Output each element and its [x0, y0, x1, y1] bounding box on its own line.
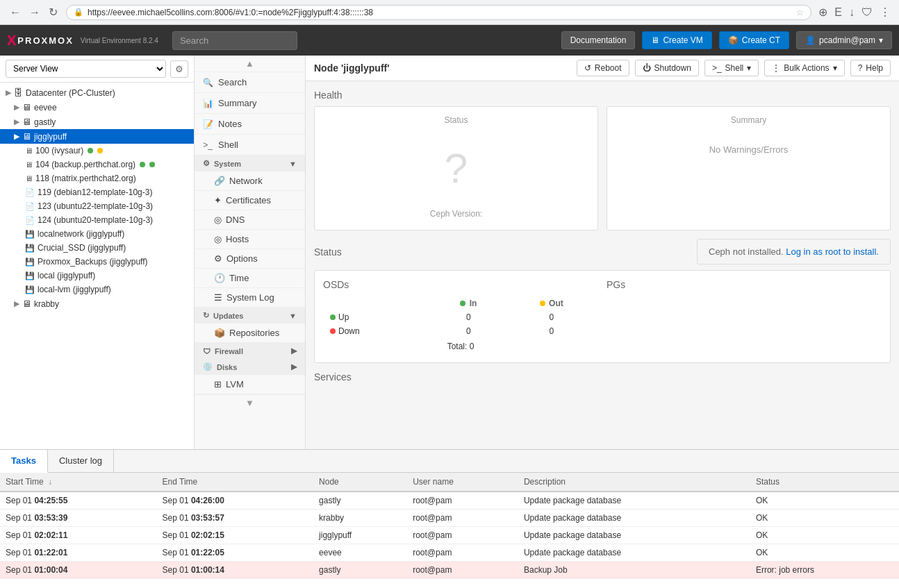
nav-sub-certificates[interactable]: ✦Certificates: [195, 191, 305, 210]
osd-up-row: Up 0 0: [324, 311, 597, 324]
expand-icon: ▶: [14, 132, 19, 141]
tree-item-3[interactable]: ▶ 🖥 jigglypuff: [0, 129, 194, 144]
profile-icon[interactable]: E: [833, 5, 843, 20]
shield-icon[interactable]: 🛡: [860, 5, 874, 20]
nav-item-notes[interactable]: 📝Notes: [195, 114, 305, 135]
summary-card-title: Summary: [616, 115, 882, 125]
nav-sub-options[interactable]: ⚙Options: [195, 249, 305, 269]
nav-sub-system-log[interactable]: ☰System Log: [195, 288, 305, 308]
tab-tasks[interactable]: Tasks: [0, 450, 48, 473]
tree-label: local-lvm (jigglypuff): [38, 285, 111, 294]
table-row[interactable]: Sep 01 03:53:39 Sep 01 03:53:57 krabby r…: [0, 510, 899, 527]
nav-sub-hosts[interactable]: ◎Hosts: [195, 230, 305, 249]
nav-sub-network[interactable]: 🔗Network: [195, 171, 305, 191]
forward-button[interactable]: →: [26, 4, 43, 20]
help-button[interactable]: ? Help: [850, 60, 891, 76]
tree-item-15[interactable]: ▶ 🖥 krabby: [0, 296, 194, 311]
up-dot: [330, 314, 336, 320]
lock-icon: 🔒: [74, 8, 83, 17]
reboot-button[interactable]: ↺ Reboot: [577, 60, 629, 76]
col-node[interactable]: Node: [313, 473, 407, 492]
nav-sub-repositories[interactable]: 📦Repositories: [195, 324, 305, 343]
nav-section-firewall[interactable]: 🛡 Firewall ▶: [195, 343, 305, 359]
create-ct-button[interactable]: 📦 Create CT: [719, 31, 789, 49]
tree-item-6[interactable]: 🖥 118 (matrix.perthchat2.org): [0, 171, 194, 185]
nav-sub-icon: ⚙: [214, 253, 222, 264]
table-row[interactable]: Sep 01 02:02:11 Sep 01 02:02:15 jigglypu…: [0, 527, 899, 544]
col-description[interactable]: Description: [518, 473, 750, 492]
osds-panel: OSDs In: [323, 279, 598, 354]
tree-item-14[interactable]: 💾 local-lvm (jigglypuff): [0, 283, 194, 296]
osd-out-header: Out: [506, 297, 597, 310]
node-icon: 🖥: [22, 102, 31, 112]
nav-section-disks[interactable]: 💿 Disks ▶: [195, 359, 305, 375]
download-icon[interactable]: ↓: [848, 5, 856, 20]
back-button[interactable]: ←: [7, 4, 24, 20]
tree-item-9[interactable]: 📄 124 (ubuntu20-template-10g-3): [0, 213, 194, 227]
menu-icon[interactable]: ⋮: [878, 4, 892, 20]
tree-label: Proxmox_Backups (jigglypuff): [38, 257, 148, 267]
extensions-icon[interactable]: ⊕: [817, 4, 829, 20]
table-row[interactable]: Sep 01 01:22:01 Sep 01 01:22:05 eevee ro…: [0, 544, 899, 562]
template-icon: 📄: [25, 188, 35, 197]
reload-button[interactable]: ↻: [46, 4, 60, 20]
nav-item-summary[interactable]: 📊Summary: [195, 93, 305, 114]
scroll-up-button[interactable]: ▲: [195, 56, 305, 72]
col-start-time[interactable]: Start Time ↓: [0, 473, 157, 492]
expand-icon: ▶: [14, 117, 19, 126]
col-status[interactable]: Status: [750, 473, 899, 492]
nav-sub-time[interactable]: 🕐Time: [195, 269, 305, 288]
search-input[interactable]: [172, 31, 297, 50]
tree-label: Crucial_SSD (jigglypuff): [38, 243, 126, 253]
bulk-actions-button[interactable]: ⋮ Bulk Actions ▾: [764, 60, 844, 76]
nav-section-system[interactable]: ⚙ System ▼: [195, 156, 305, 171]
storage-icon: 💾: [25, 258, 35, 267]
tree-item-4[interactable]: 🖥 100 (ivysaur): [0, 144, 194, 158]
tree-item-5[interactable]: 🖥 104 (backup.perthchat.org): [0, 158, 194, 171]
cell-end-time: Sep 01 04:26:00: [157, 492, 314, 510]
nav-section-updates[interactable]: ↻ Updates ▼: [195, 308, 305, 324]
tab-cluster-log[interactable]: Cluster log: [48, 450, 114, 472]
nav-item-shell[interactable]: >_Shell: [195, 135, 305, 156]
cell-status: OK: [750, 492, 899, 510]
tree-item-2[interactable]: ▶ 🖥 gastly: [0, 115, 194, 129]
documentation-button[interactable]: Documentation: [561, 31, 636, 49]
tree-item-11[interactable]: 💾 Crucial_SSD (jigglypuff): [0, 241, 194, 255]
col-user[interactable]: User name: [407, 473, 518, 492]
osd-up-in-value: 0: [432, 311, 504, 324]
shell-button[interactable]: >_ Shell ▾: [704, 60, 759, 76]
nav-sub-dns[interactable]: ◎DNS: [195, 210, 305, 230]
browser-nav-buttons: ← → ↻: [7, 4, 60, 20]
status-label: Status: [323, 115, 589, 125]
status-dot: [140, 162, 145, 167]
tree-item-10[interactable]: 💾 localnetwork (jigglypuff): [0, 227, 194, 241]
nav-item-search[interactable]: 🔍Search: [195, 72, 305, 93]
create-vm-button[interactable]: 🖥 Create VM: [642, 31, 711, 49]
server-view-select[interactable]: Server View: [6, 60, 166, 78]
status-question-icon: ?: [323, 131, 589, 206]
tree-item-13[interactable]: 💾 local (jigglypuff): [0, 269, 194, 283]
nav-item-icon: 📝: [203, 119, 213, 129]
summary-card: Summary No Warnings/Errors: [607, 106, 891, 230]
col-end-time[interactable]: End Time: [157, 473, 314, 492]
tree-item-1[interactable]: ▶ 🖥 eevee: [0, 100, 194, 115]
tree-item-8[interactable]: 📄 123 (ubuntu22-template-10g-3): [0, 199, 194, 213]
table-row[interactable]: Sep 01 04:25:55 Sep 01 04:26:00 gastly r…: [0, 492, 899, 510]
tasks-table: Start Time ↓ End Time Node User name Des…: [0, 473, 899, 579]
ceph-login-link[interactable]: Log in as root to install.: [786, 246, 879, 257]
nav-sub-lvm[interactable]: ⊞LVM: [195, 375, 305, 394]
osd-total-row: Total: 0: [324, 339, 597, 353]
tree-item-12[interactable]: 💾 Proxmox_Backups (jigglypuff): [0, 255, 194, 269]
tree-item-0[interactable]: ▶ 🗄 Datacenter (PC-Cluster): [0, 85, 194, 100]
scroll-down-button[interactable]: ▼: [195, 394, 305, 411]
status-card: Status ? Ceph Version:: [314, 106, 598, 230]
table-row[interactable]: Sep 01 01:00:04 Sep 01 01:00:14 gastly r…: [0, 562, 899, 579]
ceph-not-installed-banner: Ceph not installed. Log in as root to in…: [697, 239, 891, 264]
shutdown-button[interactable]: ⏻ Shutdown: [635, 60, 699, 76]
tree-item-7[interactable]: 📄 119 (debian12-template-10g-3): [0, 185, 194, 199]
user-menu-button[interactable]: 👤 pcadmin@pam ▾: [796, 31, 892, 49]
osd-down-row: Down 0 0: [324, 325, 597, 337]
address-bar[interactable]: 🔒 https://eevee.michael5collins.com:8006…: [66, 5, 811, 20]
sidebar-gear-button[interactable]: ⚙: [170, 60, 188, 78]
sidebar-header: Server View ⚙: [0, 56, 194, 83]
